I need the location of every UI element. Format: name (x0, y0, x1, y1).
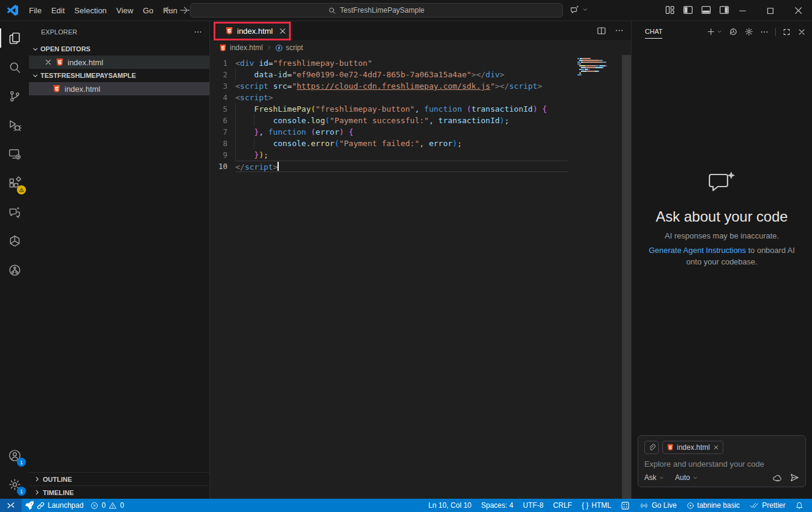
close-tab-icon[interactable] (279, 27, 287, 35)
encoding-item[interactable]: UTF-8 (519, 499, 547, 512)
menu-selection[interactable]: Selection (69, 4, 111, 18)
browser-preview-icon[interactable] (617, 499, 633, 512)
code-line[interactable]: 7 }, function (error) { (210, 126, 631, 138)
open-editor-item-indexhtml[interactable]: index.html (29, 56, 209, 69)
activitybar-remote-explorer[interactable] (0, 139, 29, 168)
chat-tab[interactable]: CHAT (645, 28, 662, 39)
code-line[interactable]: 2 data-id="ef9e0199-0e72-4dd7-865b-7a063… (210, 69, 631, 80)
generate-agent-instructions-link[interactable]: Generate Agent Instructions (649, 246, 746, 255)
back-arrow-icon[interactable] (163, 5, 175, 17)
prettier-item[interactable]: Prettier (746, 499, 789, 512)
activitybar-container-tools[interactable] (0, 226, 29, 255)
code-line[interactable]: 4<script> (210, 92, 631, 103)
go-live-item[interactable]: Go Live (636, 499, 680, 512)
menu-file[interactable]: File (24, 4, 46, 18)
code-line[interactable]: 3<script src="https://cloud-cdn.freshlim… (210, 80, 631, 92)
context-chip-label: index.html (677, 443, 710, 452)
forward-arrow-icon[interactable] (179, 5, 191, 17)
chat-settings-icon[interactable] (744, 27, 753, 36)
context-chip-indexhtml[interactable]: index.html (662, 441, 723, 454)
code-line[interactable]: 1<div id="freshlimepay-button" (210, 57, 631, 69)
script-symbol-icon (275, 44, 283, 52)
braces-icon: { } (582, 501, 588, 510)
menu-go[interactable]: Go (138, 4, 158, 18)
new-chat-button[interactable] (706, 27, 722, 36)
command-center-search[interactable]: TestFreshLimePaySample (190, 3, 563, 18)
errors-icon (90, 502, 98, 510)
open-editors-header[interactable]: OPEN EDITORS (29, 42, 209, 56)
warnings-icon (109, 502, 117, 510)
maximize-panel-icon[interactable] (782, 28, 791, 36)
activitybar-git-graph[interactable] (0, 255, 29, 284)
toggle-secondary-sidebar-icon[interactable] (719, 5, 729, 15)
tab-indexhtml[interactable]: index.html (215, 21, 293, 41)
tree-item-indexhtml[interactable]: index.html (29, 82, 209, 95)
workspace-folder-label: TESTFRESHLIMEPAYSAMPLE (40, 72, 136, 79)
chat-more-actions-icon[interactable] (760, 28, 769, 36)
menu-view[interactable]: View (112, 4, 138, 18)
tabnine-icon (687, 502, 694, 510)
line-content: </script> (235, 161, 568, 172)
minimap[interactable] (577, 58, 621, 76)
activitybar-run-debug[interactable] (0, 110, 29, 139)
editor-scrollbar[interactable] (622, 55, 631, 499)
chat-panel: CHAT Ask about y (631, 21, 812, 499)
language-mode-item[interactable]: { } HTML (578, 499, 615, 512)
toggle-panel-icon[interactable] (701, 5, 711, 15)
layout-controls (665, 5, 729, 15)
code-line[interactable]: 6 console.log("Payment successful:", tra… (210, 115, 631, 126)
outline-section[interactable]: OUTLINE (29, 472, 209, 485)
cursor-position-item[interactable]: Ln 10, Col 10 (425, 499, 475, 512)
close-window-button[interactable] (784, 0, 812, 21)
code-line[interactable]: 9 }); (210, 149, 631, 161)
problems-status-item[interactable]: 0 0 (87, 499, 127, 512)
notifications-bell-icon[interactable] (791, 499, 807, 512)
chat-history-icon[interactable] (729, 27, 738, 36)
remote-indicator[interactable] (0, 499, 22, 512)
code-line[interactable]: 8 console.error("Payment failed:", error… (210, 138, 631, 149)
customize-layout-icon[interactable] (665, 5, 675, 15)
chat-model-dropdown[interactable]: Auto (675, 473, 698, 482)
menu-edit[interactable]: Edit (46, 4, 69, 18)
attach-context-button[interactable] (644, 441, 659, 454)
minimize-button[interactable] (729, 0, 756, 21)
split-editor-icon[interactable] (597, 26, 606, 36)
voice-cloud-icon[interactable] (772, 473, 782, 482)
chat-input-placeholder[interactable]: Explore and understand your code (644, 459, 799, 469)
code-area[interactable]: 1<div id="freshlimepay-button"2 data-id=… (210, 54, 631, 499)
tree-item-filename: index.html (65, 85, 100, 94)
chat-input-box[interactable]: index.html Explore and understand your c… (638, 435, 806, 487)
indent-guide (235, 103, 236, 115)
workspace-folder-header[interactable]: TESTFRESHLIMEPAYSAMPLE (29, 69, 209, 82)
line-number: 8 (210, 138, 235, 149)
close-panel-icon[interactable] (798, 28, 806, 36)
code-line[interactable]: 10</script> (210, 161, 631, 172)
eol-item[interactable]: CRLF (550, 499, 576, 512)
activitybar-explorer[interactable] (0, 24, 29, 53)
breadcrumb-symbol[interactable]: script (286, 43, 303, 52)
editor-more-actions-icon[interactable] (615, 26, 624, 36)
toggle-primary-sidebar-icon[interactable] (683, 5, 693, 15)
chat-mode-dropdown[interactable]: Ask (644, 473, 664, 482)
copilot-menu-button[interactable] (569, 4, 588, 15)
breadcrumb-separator-icon (266, 45, 272, 51)
activitybar-extensions[interactable] (0, 168, 29, 197)
launchpad-status-item[interactable]: Launchpad (22, 499, 87, 512)
tabnine-item[interactable]: tabnine basic (683, 499, 744, 512)
activitybar-chat[interactable] (0, 197, 29, 226)
activitybar-settings[interactable]: 1 (0, 470, 29, 499)
indentation-item[interactable]: Spaces: 4 (477, 499, 516, 512)
activitybar-source-control[interactable] (0, 82, 29, 110)
send-button[interactable] (790, 473, 799, 482)
explorer-more-actions-icon[interactable] (194, 28, 202, 36)
activitybar-search[interactable] (0, 53, 29, 82)
remove-context-icon[interactable] (713, 444, 719, 450)
maximize-button[interactable] (756, 0, 784, 21)
close-editor-icon[interactable] (45, 59, 52, 66)
timeline-section[interactable]: TIMELINE (29, 485, 209, 499)
indent-guide (235, 69, 236, 80)
code-line[interactable]: 5 FreshLimePay("freshlimepay-button", fu… (210, 103, 631, 115)
vscode-window: File Edit Selection View Go Run TestFres… (0, 0, 812, 512)
activitybar-accounts[interactable]: 1 (0, 441, 29, 470)
breadcrumb-file[interactable]: index.html (230, 43, 263, 52)
